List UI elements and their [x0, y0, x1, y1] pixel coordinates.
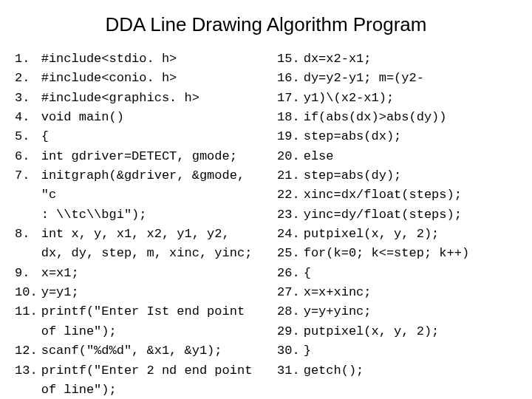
slide-title: DDA Line Drawing Algorithm Program	[15, 13, 517, 36]
code-line: 11printf("Enter Ist end point	[15, 302, 255, 321]
code-text: }	[304, 341, 311, 361]
code-line: 10y=y1;	[15, 283, 255, 302]
code-text-continuation: dx, dy, step, m, xinc, yinc;	[15, 244, 255, 263]
line-number: 30	[277, 341, 304, 361]
code-line: 24putpixel(x, y, 2);	[277, 225, 517, 244]
code-text: #include<stdio. h>	[41, 50, 177, 69]
code-line: 5{	[15, 127, 255, 146]
code-line: 2#include<conio. h>	[15, 69, 255, 88]
code-text: printf("Enter Ist end point	[41, 302, 245, 321]
code-line: 15dx=x2-x1;	[277, 50, 517, 69]
line-number: 17	[277, 89, 304, 108]
code-line: 26{	[277, 264, 517, 283]
code-line: 4void main()	[15, 108, 255, 127]
line-number: 8	[15, 225, 41, 244]
line-number: 5	[15, 127, 41, 146]
line-number: 31	[277, 361, 304, 381]
code-line: 6int gdriver=DETECT, gmode;	[15, 147, 255, 166]
line-number: 2	[15, 69, 41, 88]
code-line: 30}	[277, 341, 517, 361]
code-text: dx=x2-x1;	[304, 50, 372, 69]
code-line: 28y=y+yinc;	[277, 302, 517, 321]
line-number: 21	[277, 166, 304, 185]
code-text: {	[304, 264, 311, 283]
line-number: 27	[277, 283, 304, 302]
line-number: 4	[15, 108, 41, 127]
code-text: y1)\(x2-x1);	[304, 89, 394, 108]
line-number: 7	[15, 166, 41, 185]
code-text: step=abs(dy);	[304, 166, 402, 185]
code-text: putpixel(x, y, 2);	[304, 322, 440, 341]
code-text: y=y1;	[41, 283, 79, 302]
code-line: 3#include<graphics. h>	[15, 89, 255, 108]
code-text: scanf("%d%d", &x1, &y1);	[41, 341, 222, 361]
line-number: 9	[15, 264, 41, 283]
line-number: 28	[277, 302, 304, 321]
line-number: 13	[15, 361, 41, 381]
code-text: {	[41, 127, 49, 146]
code-text: #include<conio. h>	[41, 69, 177, 88]
line-number: 1	[15, 50, 41, 69]
line-number: 10	[15, 283, 41, 302]
line-number: 16	[277, 69, 304, 88]
line-number: 3	[15, 89, 41, 108]
code-line: 29putpixel(x, y, 2);	[277, 322, 517, 341]
code-text: if(abs(dx)>abs(dy))	[304, 108, 447, 127]
code-line: 22xinc=dx/float(steps);	[277, 185, 517, 205]
code-line: 1#include<stdio. h>	[15, 50, 255, 69]
code-text: void main()	[41, 108, 124, 127]
line-number: 29	[277, 322, 304, 341]
line-number: 26	[277, 264, 304, 283]
code-line: 27x=x+xinc;	[277, 283, 517, 302]
line-number: 18	[277, 108, 304, 127]
code-line: 21step=abs(dy);	[277, 166, 517, 185]
line-number: 25	[277, 244, 304, 263]
code-line: 7initgraph(&gdriver, &gmode, "c	[15, 166, 255, 205]
code-text: for(k=0; k<=step; k++)	[304, 244, 469, 263]
code-text-continuation: : \\tc\\bgi");	[15, 205, 255, 225]
line-number: 19	[277, 127, 304, 146]
code-text: putpixel(x, y, 2);	[304, 225, 440, 244]
code-line: 16dy=y2-y1; m=(y2-	[277, 69, 517, 88]
code-line: 17y1)\(x2-x1);	[277, 89, 517, 108]
code-text: getch();	[304, 361, 364, 381]
slide: DDA Line Drawing Algorithm Program 1#inc…	[0, 0, 532, 399]
code-line: 9x=x1;	[15, 264, 255, 283]
code-text: step=abs(dx);	[304, 127, 402, 146]
code-line: 31getch();	[277, 361, 517, 381]
line-number: 23	[277, 205, 304, 225]
code-text: int x, y, x1, x2, y1, y2,	[41, 225, 230, 244]
code-text-continuation: of line");	[15, 381, 255, 399]
code-line: 12scanf("%d%d", &x1, &y1);	[15, 341, 255, 361]
code-column-right: 15dx=x2-x1;16dy=y2-y1; m=(y2-17y1)\(x2-x…	[277, 50, 517, 399]
code-text: x=x1;	[41, 264, 79, 283]
line-number: 6	[15, 147, 41, 166]
code-text: int gdriver=DETECT, gmode;	[41, 147, 237, 166]
code-line: 23yinc=dy/float(steps);	[277, 205, 517, 225]
code-text: #include<graphics. h>	[41, 89, 200, 108]
code-column-left: 1#include<stdio. h>2#include<conio. h>3#…	[15, 50, 255, 399]
code-text: y=y+yinc;	[304, 302, 372, 321]
code-line: 20else	[277, 147, 517, 166]
code-text-continuation: of line");	[15, 322, 255, 341]
line-number: 15	[277, 50, 304, 69]
line-number: 24	[277, 225, 304, 244]
code-text: initgraph(&gdriver, &gmode, "c	[41, 166, 255, 205]
code-line: 18if(abs(dx)>abs(dy))	[277, 108, 517, 127]
code-columns: 1#include<stdio. h>2#include<conio. h>3#…	[15, 50, 517, 399]
code-text: dy=y2-y1; m=(y2-	[304, 69, 424, 88]
code-line: 8int x, y, x1, x2, y1, y2,	[15, 225, 255, 244]
code-text: x=x+xinc;	[304, 283, 372, 302]
line-number: 22	[277, 185, 304, 205]
line-number: 11	[15, 302, 41, 321]
code-text: xinc=dx/float(steps);	[304, 185, 462, 205]
code-text: yinc=dy/float(steps);	[304, 205, 462, 225]
code-line: 13printf("Enter 2 nd end point	[15, 361, 255, 381]
code-line: 19step=abs(dx);	[277, 127, 517, 146]
line-number: 12	[15, 341, 41, 361]
line-number: 20	[277, 147, 304, 166]
code-line: 25for(k=0; k<=step; k++)	[277, 244, 517, 263]
code-text: printf("Enter 2 nd end point	[41, 361, 253, 381]
code-text: else	[304, 147, 334, 166]
